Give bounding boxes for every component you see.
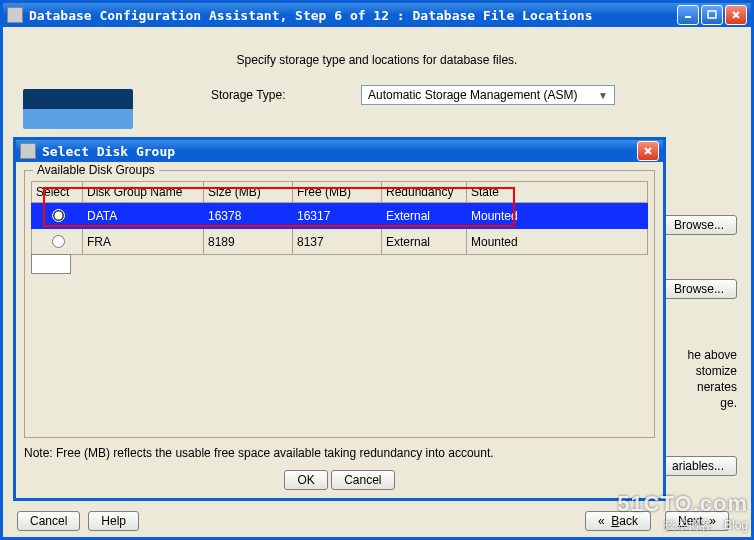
window-buttons	[677, 5, 747, 25]
bg-text-1: he above	[688, 347, 737, 364]
minimize-button[interactable]	[677, 5, 699, 25]
disk-groups-table: Select Disk Group Name Size (MB) Free (M…	[31, 181, 648, 255]
browse-button-1[interactable]: Browse...	[661, 215, 737, 235]
browse-button-2[interactable]: Browse...	[661, 279, 737, 299]
storage-type-value: Automatic Storage Management (ASM)	[368, 88, 577, 102]
bg-text-4: ge.	[720, 395, 737, 412]
dialog-icon	[20, 143, 36, 159]
select-disk-group-dialog: Select Disk Group Available Disk Groups …	[13, 137, 666, 501]
dialog-close-button[interactable]	[637, 141, 659, 161]
bg-text-3: nerates	[697, 379, 737, 396]
col-select[interactable]: Select	[32, 182, 83, 203]
cell-size: 8189	[204, 229, 293, 255]
chevron-down-icon: ▼	[598, 90, 608, 101]
close-button[interactable]	[725, 5, 747, 25]
cell-name: DATA	[83, 203, 204, 229]
col-size[interactable]: Size (MB)	[204, 182, 293, 203]
table-tailcell	[31, 254, 71, 274]
cell-name: FRA	[83, 229, 204, 255]
col-state[interactable]: State	[467, 182, 648, 203]
wizard-nav: Cancel Help « Back Next »	[17, 511, 737, 531]
cell-state: Mounted	[467, 203, 648, 229]
next-button[interactable]: Next »	[665, 511, 729, 531]
fieldset-legend: Available Disk Groups	[33, 163, 159, 177]
cell-redundancy: External	[382, 203, 467, 229]
back-button[interactable]: « Back	[585, 511, 651, 531]
dialog-titlebar[interactable]: Select Disk Group	[16, 140, 663, 162]
cell-free: 8137	[293, 229, 382, 255]
app-icon	[7, 7, 23, 23]
cell-state: Mounted	[467, 229, 648, 255]
row-select-radio[interactable]	[52, 209, 65, 222]
cell-free: 16317	[293, 203, 382, 229]
main-window: Database Configuration Assistant, Step 6…	[0, 0, 754, 540]
cell-redundancy: External	[382, 229, 467, 255]
dialog-title: Select Disk Group	[42, 144, 175, 159]
svg-rect-1	[708, 11, 716, 18]
main-content: Specify storage type and locations for d…	[3, 27, 751, 127]
storage-type-dropdown[interactable]: Automatic Storage Management (ASM) ▼	[361, 85, 615, 105]
row-select-radio[interactable]	[52, 235, 65, 248]
bg-text-2: stomize	[696, 363, 737, 380]
wizard-logo	[23, 89, 133, 129]
disk-groups-fieldset: Available Disk Groups Select Disk Group …	[24, 170, 655, 438]
col-redundancy[interactable]: Redundancy	[382, 182, 467, 203]
cancel-button[interactable]: Cancel	[17, 511, 80, 531]
cell-size: 16378	[204, 203, 293, 229]
col-free[interactable]: Free (MB)	[293, 182, 382, 203]
dialog-buttons: OK Cancel	[16, 466, 663, 498]
dialog-note: Note: Free (MB) reflects the usable free…	[24, 446, 655, 460]
table-row[interactable]: FRA 8189 8137 External Mounted	[32, 229, 648, 255]
storage-type-label: Storage Type:	[211, 88, 361, 102]
variables-button[interactable]: ariables...	[659, 456, 737, 476]
col-disk-group-name[interactable]: Disk Group Name	[83, 182, 204, 203]
main-titlebar[interactable]: Database Configuration Assistant, Step 6…	[3, 3, 751, 27]
instruction-text: Specify storage type and locations for d…	[21, 53, 733, 67]
maximize-button[interactable]	[701, 5, 723, 25]
ok-button[interactable]: OK	[284, 470, 327, 490]
nav-buttons: « Back Next »	[585, 511, 737, 531]
help-button[interactable]: Help	[88, 511, 139, 531]
table-row[interactable]: DATA 16378 16317 External Mounted	[32, 203, 648, 229]
window-title: Database Configuration Assistant, Step 6…	[29, 8, 593, 23]
dialog-cancel-button[interactable]: Cancel	[331, 470, 394, 490]
storage-type-row: Storage Type: Automatic Storage Manageme…	[211, 85, 733, 105]
table-header-row: Select Disk Group Name Size (MB) Free (M…	[32, 182, 648, 203]
